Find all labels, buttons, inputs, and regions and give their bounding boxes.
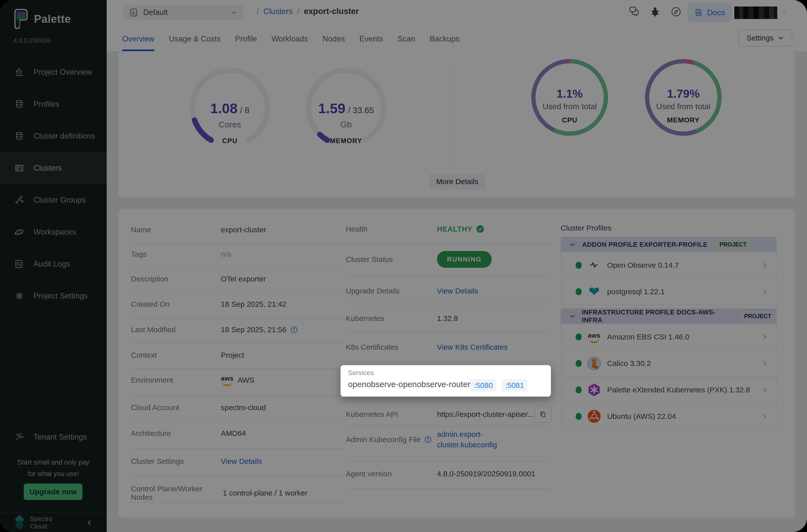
memory-unit: Gb [304, 120, 389, 129]
calico-icon [587, 356, 601, 370]
info-icon[interactable] [290, 326, 298, 334]
sidebar-item-project-settings[interactable]: Project Settings [0, 280, 107, 312]
collapse-sidebar-icon[interactable] [86, 519, 93, 526]
audit-log-icon [14, 259, 24, 269]
memory-donut-caption: Used from total [643, 102, 723, 111]
bar-chart-icon [14, 67, 24, 77]
docs-label: Docs [707, 8, 725, 17]
status-dot [576, 413, 582, 420]
running-status-badge: RUNNING [437, 251, 492, 268]
memory-capacity: / 33.65 [348, 106, 374, 115]
memory-used-value: 1.59 [318, 100, 345, 116]
tab-backups[interactable]: Backups [430, 26, 459, 51]
app-window: Palette 4.8.0-250916 Project Overview Pr… [0, 0, 807, 532]
sidebar-item-clusters[interactable]: Clusters [0, 152, 107, 184]
detail-row-nodes: Control Plane/Worker Nodes 1 control-pla… [131, 484, 307, 501]
sidebar-item-cluster-groups[interactable]: Cluster Groups [0, 184, 107, 216]
sidebar-item-project-overview[interactable]: Project Overview [0, 56, 107, 88]
aws-icon: aws [221, 375, 233, 386]
bug-icon[interactable] [649, 5, 661, 18]
profile-layer-pxk[interactable]: Palette eXtended Kubernetes (PXK) 1.32.8 [561, 377, 777, 403]
detail-row-tags: Tags n/a [131, 250, 231, 259]
admin-kubeconfig-link[interactable]: admin.export-cluster.kubeconfig [437, 429, 520, 450]
healthy-check-icon [476, 225, 485, 233]
view-k8s-certificates-link[interactable]: View K8s Certificates [437, 343, 508, 352]
profile-layer-open-observe[interactable]: Open Observe 0.14.7 [561, 252, 777, 279]
detail-row-description: Description OTel exporter [131, 275, 266, 283]
memory-gauge-label: MEMORY [304, 137, 389, 145]
orbit-icon [14, 227, 24, 237]
status-dot [576, 360, 582, 367]
breadcrumb-clusters-link[interactable]: Clusters [263, 7, 293, 16]
cpu-used-value: 1.08 [210, 100, 238, 116]
infrastructure-profile-group-header[interactable]: INFRASTRUCTURE PROFILE DOCS-AWS-INFRA PR… [561, 308, 777, 324]
status-row-upgrade-details: Upgrade Details View Details [346, 287, 478, 295]
app-version: 4.8.0-250916 [14, 37, 50, 44]
network-icon [14, 195, 24, 205]
sidebar-item-audit-logs[interactable]: Audit Logs [0, 248, 107, 280]
service-port-5081-link[interactable]: :5081 [502, 379, 527, 392]
tab-profile[interactable]: Profile [235, 26, 257, 51]
settings-button[interactable]: Settings [738, 30, 792, 46]
chevron-down-icon [569, 241, 576, 248]
sidebar-item-profiles[interactable]: Profiles [0, 88, 107, 120]
sidebar-item-workspaces[interactable]: Workspaces [0, 216, 107, 248]
sidebar-footer: Spectro Cloud [0, 513, 107, 532]
book-icon [694, 8, 703, 17]
services-label: Services [348, 369, 374, 377]
memory-usage-gauge: 1.59/ 33.65 Gb MEMORY [304, 65, 389, 150]
cluster-settings-view-details-link[interactable]: View Details [221, 457, 262, 466]
sidebar-item-label: Cluster definitions [34, 132, 95, 140]
status-row-admin-kubeconfig: Admin Kubeconfig File admin.export-clust… [346, 429, 520, 450]
detail-row-environment: Environment aws AWS [131, 374, 254, 386]
copy-api-url-button[interactable] [534, 406, 551, 423]
profile-layer-ubuntu[interactable]: Ubuntu (AWS) 22.04 [561, 403, 777, 430]
detail-row-context: Context Project [131, 351, 244, 359]
kubernetes-api-url: https://export-cluster-apiser... [437, 410, 534, 419]
tab-scan[interactable]: Scan [397, 26, 415, 51]
compass-icon[interactable] [670, 5, 682, 18]
metrics-card: 1.08/ 8 Cores CPU 1.59/ 33.65 Gb MEMORY [118, 52, 795, 197]
tab-workloads[interactable]: Workloads [271, 26, 308, 51]
project-selector[interactable]: Default [123, 5, 243, 20]
tab-events[interactable]: Events [359, 26, 383, 51]
upgrade-now-button[interactable]: Upgrade now [24, 483, 82, 500]
user-menu-chevron-icon[interactable] [781, 10, 787, 16]
services-spotlight-panel: Services openobserve-openobserve-router … [340, 365, 551, 397]
status-dot [576, 334, 582, 340]
profile-layer-amazon-ebs-csi[interactable]: aws Amazon EBS CSI 1.46.0 [561, 324, 777, 350]
tab-nodes[interactable]: Nodes [322, 26, 345, 51]
docs-button[interactable]: Docs [688, 3, 732, 22]
sidebar-item-label: Clusters [34, 164, 62, 173]
project-selector-value: Default [143, 8, 168, 17]
profile-layer-postgresql[interactable]: ❤ postgresql 1.22.1 [561, 279, 777, 305]
tab-usage-costs[interactable]: Usage & Costs [169, 26, 221, 51]
project-scope-badge: PROJECT [714, 239, 752, 250]
chat-icon[interactable] [628, 5, 640, 18]
promo-line-2: for what you use! [0, 470, 107, 478]
user-name-redacted[interactable] [734, 6, 777, 19]
tools-icon [14, 432, 24, 442]
detail-row-architecture: Architecture AMD64 [131, 429, 246, 438]
gear-icon [14, 291, 24, 301]
service-name: openobserve-openobserve-router [348, 380, 470, 389]
cpu-donut-label: CPU [530, 116, 609, 124]
tab-overview[interactable]: Overview [122, 26, 154, 51]
chevron-down-icon [231, 9, 237, 16]
service-port-5080-link[interactable]: :5080 [470, 379, 496, 392]
detail-row-created-on: Created On 18 Sep 2025, 21:42 [131, 300, 286, 308]
layers-icon [14, 99, 24, 109]
sidebar-item-tenant-settings[interactable]: Tenant Settings [0, 421, 107, 453]
upgrade-view-details-link[interactable]: View Details [437, 287, 478, 295]
postgresql-icon: ❤ [587, 285, 601, 299]
detail-row-cloud-account: Cloud Account spectro-cloud [131, 403, 266, 412]
cluster-profiles-title: Cluster Profiles [561, 224, 612, 232]
info-icon[interactable] [424, 436, 432, 443]
addon-profile-group-header[interactable]: ADDON PROFILE EXPORTER-PROFILE PROJECT [561, 237, 777, 252]
sidebar-item-cluster-definitions[interactable]: Cluster definitions [0, 120, 107, 152]
profile-layer-calico[interactable]: Calico 3.30.2 [561, 350, 777, 377]
kubernetes-version: 1.32.8 [437, 314, 458, 323]
status-row-k8s-certificates: K8s Certificates View K8s Certificates [346, 343, 508, 352]
more-details-button[interactable]: More Details [429, 174, 485, 190]
ubuntu-icon [587, 410, 601, 423]
